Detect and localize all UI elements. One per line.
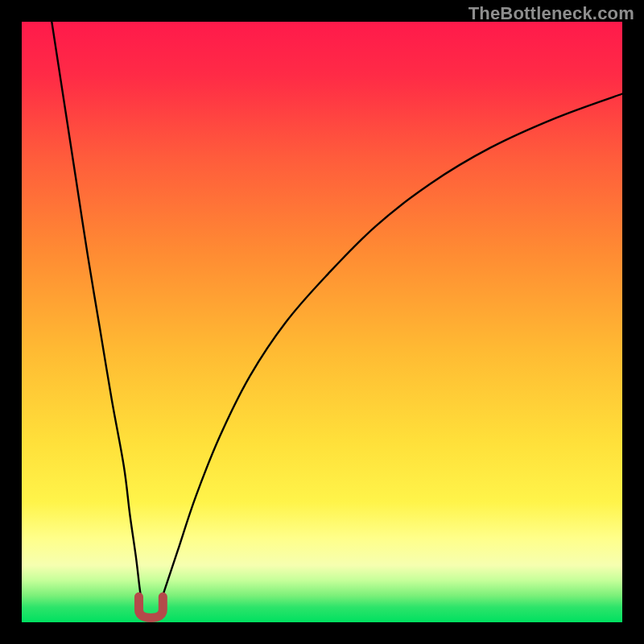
outer-frame: TheBottleneck.com — [0, 0, 644, 644]
watermark-text: TheBottleneck.com — [469, 3, 634, 24]
gradient-background — [22, 22, 622, 622]
bottleneck-chart — [22, 22, 622, 622]
